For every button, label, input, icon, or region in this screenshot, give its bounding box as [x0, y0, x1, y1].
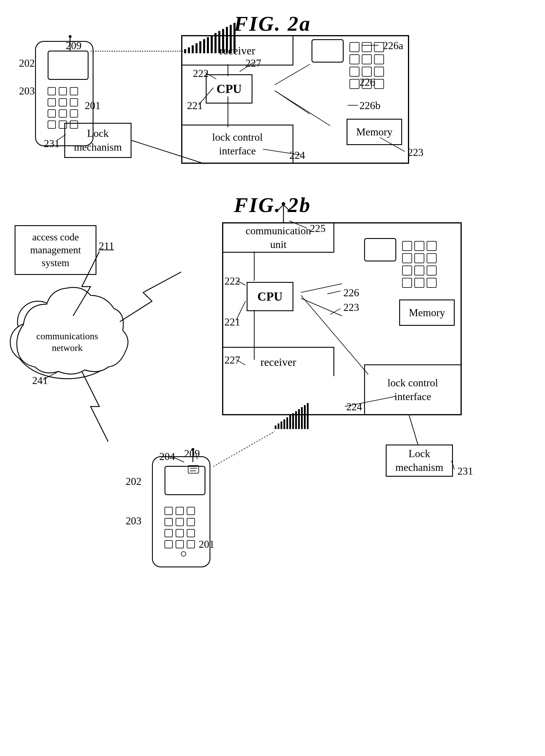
ref-202a: 202 [19, 57, 35, 69]
ref-224a: 224 [289, 149, 305, 161]
ref-241b: 241 [32, 374, 48, 387]
svg-line-51 [213, 431, 275, 466]
ref-221a: 221 [187, 99, 203, 112]
ref-224b: 224 [346, 401, 362, 413]
fig2b-title: FIG. 2b [234, 193, 311, 217]
phone-screen-2b [165, 466, 206, 495]
phone-keypad-2b [165, 507, 203, 562]
ref-227b: 227 [225, 354, 240, 366]
svg-point-31 [15, 309, 120, 379]
svg-rect-57 [289, 415, 291, 429]
svg-point-37 [16, 313, 118, 377]
phone-2b [146, 456, 216, 567]
ref-204b: 204 [159, 450, 175, 463]
svg-rect-55 [283, 419, 285, 429]
svg-text:communications: communications [36, 331, 98, 341]
receiver-2a: receiver [182, 36, 293, 66]
ref-223a: 223 [408, 146, 423, 159]
fig2a-title: FIG. 2a [234, 12, 311, 36]
ref-209b: 209 [184, 447, 200, 460]
ref-221b: 221 [225, 316, 240, 328]
ref-226b2: 226 [343, 287, 359, 299]
memory-2a: Memory [346, 119, 402, 145]
svg-text:network: network [52, 342, 83, 353]
ref-211: 211 [99, 240, 114, 252]
ref-223b: 223 [343, 301, 359, 314]
svg-point-34 [47, 292, 82, 328]
ref-201b: 201 [199, 538, 215, 550]
ref-227a: 227 [246, 57, 261, 69]
svg-point-33 [69, 297, 113, 341]
ref-225b: 225 [310, 222, 325, 235]
phone-screen-2a [48, 51, 89, 80]
cpu-2a: CPU [206, 74, 253, 104]
lock-control-interface-2b: lock controlinterface [364, 364, 460, 414]
ref-222b: 222 [225, 275, 240, 287]
ref-226a2: 226 [359, 76, 375, 88]
ref-202b: 202 [126, 475, 142, 488]
lock-mechanism-2b: Lockmechanism [386, 445, 453, 477]
svg-point-36 [85, 322, 120, 357]
svg-point-32 [18, 301, 58, 342]
svg-rect-56 [286, 417, 288, 429]
lock-control-interface-2a: lock controlinterface [182, 125, 293, 163]
ref-231a: 231 [44, 137, 60, 150]
ref-201a: 201 [85, 99, 101, 112]
svg-point-35 [10, 323, 48, 361]
phone-body-2b [152, 456, 211, 567]
svg-rect-53 [277, 423, 279, 429]
lock-mechanism-2a: Lock mechanism [64, 123, 132, 158]
memory-2b: Memory [399, 299, 455, 326]
svg-point-16 [69, 35, 72, 38]
device-screen-2a [311, 39, 344, 63]
cpu-2b: CPU [247, 282, 293, 311]
ref-209a: 209 [66, 39, 82, 52]
svg-rect-58 [292, 413, 294, 429]
device-box-2b: communicationunit CPU receiver lock cont… [222, 222, 462, 415]
svg-point-38 [23, 301, 105, 342]
ref-226a: 226a [383, 39, 403, 52]
ref-231b: 231 [457, 465, 473, 477]
page: FIG. 2a 209 202 203 201 Lock mechanism 2… [0, 0, 545, 756]
ref-222a: 222 [193, 67, 209, 80]
device-screen-2b [364, 238, 396, 261]
ref-226b: 226b [359, 99, 380, 112]
svg-rect-54 [280, 421, 282, 429]
svg-line-50 [409, 415, 418, 445]
ref-203b: 203 [126, 515, 142, 527]
device-keypad-2b [402, 241, 455, 299]
svg-rect-52 [275, 426, 276, 429]
ref-203a: 203 [19, 85, 35, 97]
acms-box: access codemanagementsystem [15, 225, 96, 275]
